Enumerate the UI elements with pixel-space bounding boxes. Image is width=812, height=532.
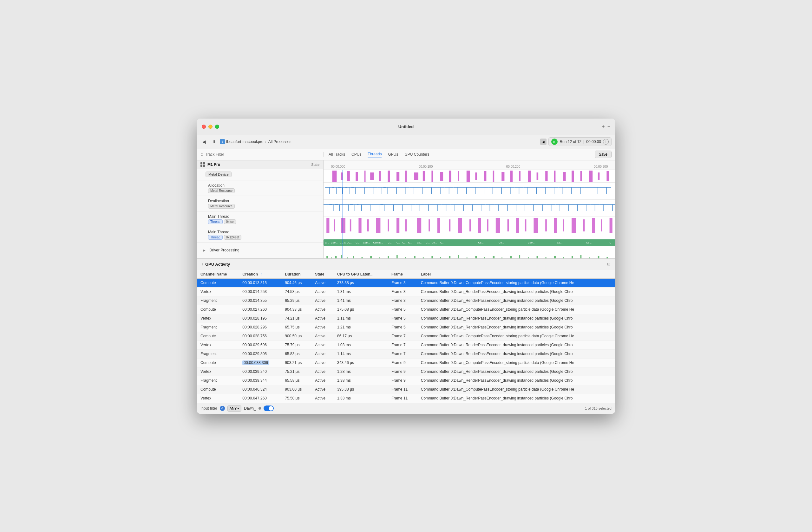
track-name-deallocation: Deallocation: [208, 199, 235, 203]
svg-rect-25: [545, 171, 548, 181]
track-row-main-thread-1: Main Thread Thread 0xfce: [197, 211, 323, 227]
table-row[interactable]: Compute00:00.028,756900.50 μsActive86.17…: [197, 331, 615, 340]
filter-badge: ⊙: [220, 406, 225, 411]
time-mark-2: 00:00.200: [506, 165, 521, 168]
gpu-activity-expand-icon[interactable]: ↕: [202, 263, 203, 266]
main-thread-2-chart: C... Com... C... C... C... C... Com... C…: [323, 234, 615, 251]
table-row[interactable]: Compute00:00.038,306903.21 μsActive343.4…: [197, 358, 615, 367]
cell-frame: Frame 9: [388, 367, 417, 376]
main-window: Untitled + − ◀ ⏸ 🖥 fbeaufort-macbookpro …: [197, 119, 615, 414]
svg-text:C...: C...: [388, 241, 391, 244]
cell-creation: 00:00.039,344: [238, 376, 281, 385]
svg-rect-196: [563, 219, 564, 232]
svg-rect-20: [502, 172, 504, 181]
table-container[interactable]: Channel Name Creation ↑ Duration State C…: [197, 270, 615, 403]
svg-rect-189: [496, 218, 500, 233]
cell-state: Active: [311, 340, 333, 350]
svg-rect-176: [367, 219, 369, 232]
tab-gpu-counters[interactable]: GPU Counters: [404, 151, 429, 158]
track-filter-input[interactable]: [205, 152, 319, 157]
nav-back-button[interactable]: ◀: [540, 138, 547, 145]
col-header-cpu-gpu-lat[interactable]: CPU to GPU Laten...: [333, 270, 388, 279]
svg-rect-190: [508, 219, 509, 232]
table-row[interactable]: Fragment00:00.014,35565.29 μsActive1.41 …: [197, 296, 615, 305]
svg-rect-183: [437, 218, 440, 233]
time-mark-3: 00:00.300: [594, 165, 608, 168]
col-header-channel[interactable]: Channel Name: [197, 270, 238, 279]
expand-icon-driver[interactable]: ▶: [203, 249, 205, 252]
tab-threads[interactable]: Threads: [368, 151, 381, 158]
pause-button[interactable]: ⏸: [210, 138, 218, 146]
cell-duration: 75.50 μs: [281, 394, 311, 403]
table-row[interactable]: Fragment00:00.039,34465.58 μsActive1.38 …: [197, 376, 615, 385]
maximize-button[interactable]: [215, 124, 219, 129]
svg-rect-180: [405, 219, 407, 232]
table-row[interactable]: Compute00:00.027,260904.33 μsActive175.0…: [197, 305, 615, 314]
gpu-activity-title: GPU Activity: [205, 262, 230, 267]
cell-creation: 00:00.029,805: [238, 350, 281, 358]
table-row[interactable]: Fragment00:00.028,29665.75 μsActive1.21 …: [197, 323, 615, 331]
tab-all-tracks[interactable]: All Tracks: [329, 151, 345, 158]
svg-rect-251: [537, 256, 538, 258]
cell-cpu_gpu_lat: 395.38 μs: [333, 385, 388, 394]
col-header-creation[interactable]: Creation ↑: [238, 270, 281, 279]
run-button[interactable]: ▶: [551, 138, 557, 145]
track-row-allocation: Allocation Metal Resource: [197, 180, 323, 196]
cell-label: Command Buffer 0:Dawn_RenderPassEncoder_…: [417, 350, 615, 358]
svg-rect-11: [423, 171, 425, 181]
svg-rect-236: [405, 257, 406, 258]
back-button[interactable]: ◀: [201, 138, 208, 146]
cell-cpu_gpu_lat: 86.17 μs: [333, 331, 388, 340]
col-header-frame[interactable]: Frame: [388, 270, 417, 279]
track-name-driver-processing: Driver Processing: [209, 248, 240, 252]
cell-creation: 00:00.028,296: [238, 323, 281, 331]
table-row[interactable]: Vertex00:00.029,69675.79 μsActive1.03 ms…: [197, 340, 615, 350]
svg-rect-247: [502, 257, 503, 258]
svg-rect-173: [341, 218, 345, 233]
table-row[interactable]: Vertex00:00.047,26075.50 μsActive1.33 ms…: [197, 394, 615, 403]
svg-rect-187: [478, 218, 481, 233]
minimize-button[interactable]: [208, 124, 213, 129]
table-row[interactable]: Compute00:00.046,324903.00 μsActive395.3…: [197, 385, 615, 394]
svg-rect-258: [598, 256, 599, 258]
tab-cpus[interactable]: CPUs: [351, 151, 361, 158]
table-row[interactable]: Vertex00:00.014,25374.58 μsActive1.31 ms…: [197, 287, 615, 296]
table-row[interactable]: Vertex00:00.028,19574.21 μsActive1.11 ms…: [197, 314, 615, 323]
svg-text:Co...: Co...: [417, 241, 422, 244]
svg-rect-3: [356, 172, 358, 181]
table-row[interactable]: Fragment00:00.029,80565.83 μsActive1.14 …: [197, 350, 615, 358]
col-header-label[interactable]: Label: [417, 270, 615, 279]
tab-gpus[interactable]: GPUs: [388, 151, 398, 158]
svg-rect-179: [396, 218, 399, 233]
svg-rect-172: [334, 219, 335, 232]
svg-rect-12: [431, 171, 433, 182]
filter-toggle[interactable]: [264, 405, 274, 411]
table-row[interactable]: Vertex00:00.039,24075.21 μsActive1.28 ms…: [197, 367, 615, 376]
col-header-state[interactable]: State: [311, 270, 333, 279]
metal-device-chart: [323, 170, 615, 182]
track-names-panel: M1 Pro State Metal Device Allocation Met…: [197, 160, 323, 258]
svg-rect-242: [458, 255, 459, 258]
info-button[interactable]: i: [603, 139, 609, 145]
device-icon: 🖥: [220, 139, 225, 144]
track-tag-thread-2: Thread: [208, 235, 223, 240]
table-row[interactable]: Compute00:00.013,315904.46 μsActive373.3…: [197, 278, 615, 287]
resize-handle[interactable]: ⊡: [607, 262, 610, 266]
svg-rect-243: [467, 257, 467, 258]
cell-label: Command Buffer 0:Dawn_RenderPassEncoder_…: [417, 314, 615, 323]
svg-rect-15: [458, 171, 459, 181]
filter-dot: [259, 407, 261, 410]
subtract-button[interactable]: −: [607, 124, 610, 129]
save-button[interactable]: Save: [595, 151, 611, 158]
svg-rect-199: [592, 218, 595, 233]
svg-text:Com...: Com...: [528, 241, 535, 244]
track-name-main-thread-1: Main Thread: [208, 214, 236, 219]
col-header-duration[interactable]: Duration: [281, 270, 311, 279]
svg-rect-19: [493, 171, 494, 182]
filter-condition[interactable]: ANY ▾: [228, 405, 242, 412]
cell-cpu_gpu_lat: 1.33 ms: [333, 394, 388, 403]
main-content: M1 Pro State Metal Device Allocation Met…: [197, 160, 615, 414]
cell-state: Active: [311, 323, 333, 331]
add-button[interactable]: +: [602, 124, 605, 129]
close-button[interactable]: [202, 124, 206, 129]
